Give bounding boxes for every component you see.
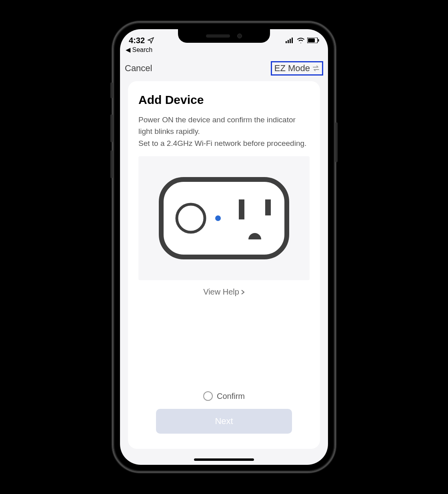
instructions: Power ON the device and confirm the indi… — [138, 114, 310, 149]
svg-rect-5 — [308, 38, 315, 42]
battery-icon — [307, 38, 319, 43]
wifi-icon — [297, 38, 305, 43]
instruction-line-1: Power ON the device and confirm the indi… — [138, 114, 310, 137]
screen: 4:32 — [120, 29, 328, 465]
view-help-link[interactable]: View Help — [138, 287, 310, 297]
svg-rect-1 — [288, 40, 289, 43]
mute-switch — [110, 82, 113, 98]
volume-down — [110, 150, 113, 178]
mode-label: EZ Mode — [274, 63, 310, 74]
svg-rect-6 — [318, 39, 319, 42]
pairing-mode-button[interactable]: EZ Mode — [271, 61, 323, 76]
next-button[interactable]: Next — [156, 409, 292, 434]
page-title: Add Device — [138, 93, 310, 107]
power-button — [335, 122, 338, 162]
cellular-icon — [286, 38, 294, 43]
radio-unchecked-icon — [203, 391, 213, 401]
confirm-label: Confirm — [217, 392, 245, 401]
notch — [178, 29, 270, 43]
cancel-button[interactable]: Cancel — [125, 63, 152, 74]
svg-rect-7 — [161, 179, 287, 257]
swap-icon — [312, 66, 320, 71]
view-help-label: View Help — [203, 287, 239, 297]
chevron-right-icon — [241, 289, 245, 295]
volume-up — [110, 114, 113, 142]
svg-rect-2 — [290, 39, 291, 43]
nav-bar: Cancel EZ Mode — [120, 59, 328, 78]
back-caret-icon: ◀ — [126, 46, 130, 53]
content-card: Add Device Power ON the device and confi… — [128, 81, 320, 449]
confirm-checkbox[interactable]: Confirm — [128, 391, 320, 401]
smart-plug-icon — [158, 176, 290, 260]
cancel-label: Cancel — [125, 63, 152, 73]
device-illustration — [138, 156, 310, 280]
svg-rect-10 — [239, 199, 244, 219]
back-to-search[interactable]: ◀ Search — [126, 46, 152, 54]
next-label: Next — [215, 416, 233, 426]
svg-rect-0 — [286, 41, 287, 43]
clock: 4:32 — [129, 36, 145, 45]
back-label: Search — [132, 46, 152, 53]
svg-point-9 — [215, 215, 221, 221]
home-indicator[interactable] — [194, 458, 254, 461]
location-icon — [147, 37, 154, 44]
iphone-frame: 4:32 — [112, 21, 336, 473]
instruction-line-2: Set to a 2.4GHz Wi-Fi network before pro… — [138, 137, 310, 149]
svg-rect-11 — [265, 199, 271, 215]
svg-rect-3 — [292, 38, 293, 43]
